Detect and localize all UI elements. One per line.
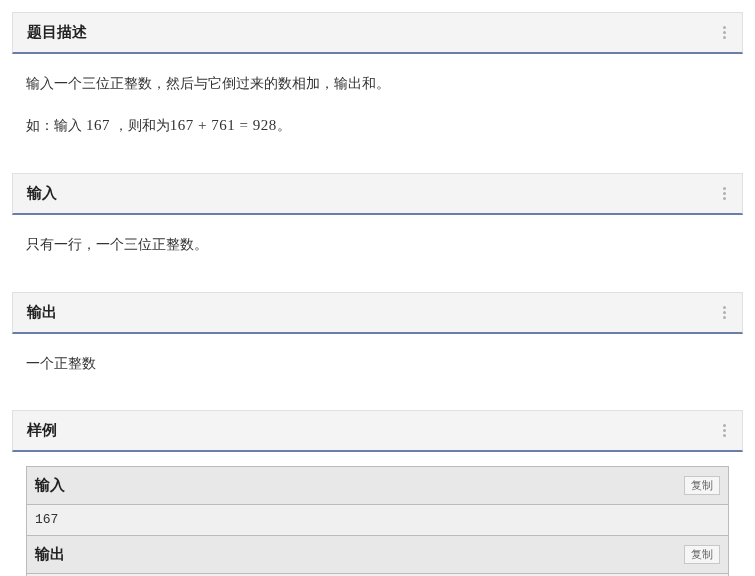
section-description: 题目描述 输入一个三位正整数，然后与它倒过来的数相加，输出和。 如：输入 167… [12,12,743,161]
copy-button[interactable]: 复制 [684,476,720,495]
section-title: 输出 [27,303,57,322]
math-expr-a: 167 [86,117,110,133]
sample-container: 输入 复制 167 输出 复制 928 [26,466,729,576]
section-body-input: 只有一行，一个三位正整数。 [12,215,743,280]
sample-input-label: 输入 [35,471,65,500]
section-title: 输入 [27,184,57,203]
section-body-description: 输入一个三位正整数，然后与它倒过来的数相加，输出和。 如：输入 167 ，则和为… [12,54,743,161]
section-sample: 样例 输入 复制 167 输出 复制 928 [12,410,743,576]
description-line-2: 如：输入 167 ，则和为167 + 761 = 928。 [26,111,729,140]
sample-output-row: 输出 复制 928 [27,535,728,576]
section-header-output: 输出 [12,292,743,334]
drag-handle-icon[interactable] [721,424,728,437]
math-expr-b: 167 + 761 = 928 [170,117,277,133]
sample-input-header: 输入 复制 [27,467,728,505]
drag-handle-icon[interactable] [721,26,728,39]
section-title: 样例 [27,421,57,440]
section-title: 题目描述 [27,23,87,42]
output-text: 一个正整数 [26,350,729,377]
sample-output-header: 输出 复制 [27,535,728,574]
sample-input-row: 输入 复制 167 [27,467,728,535]
description-line-1: 输入一个三位正整数，然后与它倒过来的数相加，输出和。 [26,70,729,97]
drag-handle-icon[interactable] [721,306,728,319]
section-output: 输出 一个正整数 [12,292,743,399]
section-header-input: 输入 [12,173,743,215]
input-text: 只有一行，一个三位正整数。 [26,231,729,258]
copy-button[interactable]: 复制 [684,545,720,564]
sample-input-value: 167 [27,505,728,536]
sample-output-label: 输出 [35,540,65,569]
section-input: 输入 只有一行，一个三位正整数。 [12,173,743,280]
section-body-output: 一个正整数 [12,334,743,399]
drag-handle-icon[interactable] [721,187,728,200]
section-body-sample: 输入 复制 167 输出 复制 928 [12,452,743,576]
section-header-sample: 样例 [12,410,743,452]
section-header-description: 题目描述 [12,12,743,54]
